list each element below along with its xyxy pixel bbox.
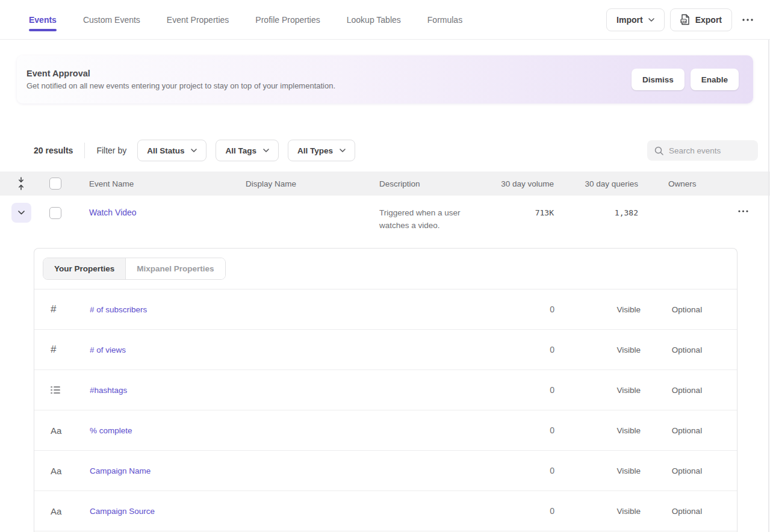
property-requirement: Optional bbox=[651, 507, 723, 516]
search-icon bbox=[654, 146, 663, 155]
column-header-30-day-volume[interactable]: 30 day volume bbox=[483, 179, 554, 188]
property-visibility: Visible bbox=[554, 466, 651, 475]
text-icon: Aa bbox=[51, 506, 61, 516]
property-row: # # of subscribers 0 Visible Optional bbox=[34, 289, 737, 330]
property-visibility: Visible bbox=[554, 426, 651, 435]
tab-mixpanel-properties[interactable]: Mixpanel Properties bbox=[125, 258, 225, 279]
property-queries: 0 bbox=[485, 345, 554, 354]
event-row-watch-video: Watch Video Triggered when a user watche… bbox=[0, 196, 770, 248]
ellipsis-icon bbox=[738, 210, 748, 212]
toolbar-divider bbox=[84, 143, 85, 158]
chevron-down-icon bbox=[18, 211, 25, 215]
property-requirement: Optional bbox=[651, 345, 723, 354]
tags-filter-dropdown[interactable]: All Tags bbox=[216, 140, 279, 161]
property-row: Aa % complete 0 Visible Optional bbox=[34, 410, 737, 451]
property-name-link[interactable]: Campaign Source bbox=[90, 507, 155, 516]
ellipsis-icon bbox=[742, 19, 753, 21]
property-name-link[interactable]: # of subscribers bbox=[90, 305, 147, 314]
row-more-options-button[interactable] bbox=[733, 206, 753, 216]
types-filter-dropdown[interactable]: All Types bbox=[288, 140, 355, 161]
lexicon-tabs: Events Custom Events Event Properties Pr… bbox=[29, 0, 462, 39]
property-requirement: Optional bbox=[651, 305, 723, 314]
search-input[interactable] bbox=[669, 146, 751, 155]
tab-event-properties[interactable]: Event Properties bbox=[167, 0, 229, 39]
more-options-button[interactable] bbox=[737, 15, 758, 25]
properties-segmented-control: Your Properties Mixpanel Properties bbox=[43, 258, 226, 280]
number-icon: # bbox=[51, 344, 56, 356]
tab-profile-properties[interactable]: Profile Properties bbox=[255, 0, 320, 39]
property-row: Aa Campaign Name 0 Visible Optional bbox=[34, 451, 737, 491]
tab-formulas[interactable]: Formulas bbox=[427, 0, 462, 39]
property-row: #hashtags 0 Visible Optional bbox=[34, 370, 737, 410]
filter-toolbar: 20 results Filter by All Status All Tags… bbox=[34, 140, 758, 161]
property-queries: 0 bbox=[485, 385, 554, 395]
banner-actions: Dismiss Enable bbox=[632, 69, 739, 90]
column-header-owners[interactable]: Owners bbox=[638, 179, 728, 188]
property-requirement: Optional bbox=[651, 386, 723, 395]
import-button[interactable]: Import bbox=[606, 8, 665, 31]
property-requirement: Optional bbox=[651, 466, 723, 475]
export-button-label: Export bbox=[695, 15, 722, 25]
event-properties-panel: Your Properties Mixpanel Properties # # … bbox=[34, 248, 737, 532]
status-filter-label: All Status bbox=[147, 146, 184, 155]
text-icon: Aa bbox=[51, 466, 61, 476]
filter-by-label: Filter by bbox=[96, 146, 126, 155]
tab-your-properties[interactable]: Your Properties bbox=[43, 258, 125, 279]
banner-title: Event Approval bbox=[26, 69, 335, 78]
property-queries: 0 bbox=[485, 466, 554, 475]
enable-button[interactable]: Enable bbox=[691, 69, 739, 90]
top-navigation: Events Custom Events Event Properties Pr… bbox=[0, 0, 770, 40]
properties-tabs-row: Your Properties Mixpanel Properties bbox=[34, 249, 737, 289]
export-button[interactable]: csv Export bbox=[670, 8, 732, 31]
row-expander-button[interactable] bbox=[11, 203, 31, 223]
property-row: # # of views 0 Visible Optional bbox=[34, 330, 737, 370]
property-name-link[interactable]: # of views bbox=[90, 345, 126, 354]
banner-description: Get notified on all new events entering … bbox=[26, 81, 335, 90]
scrollbar-track[interactable] bbox=[768, 40, 769, 532]
event-description: Triggered when a user watches a video. bbox=[379, 203, 483, 232]
svg-text:csv: csv bbox=[681, 20, 686, 23]
column-header-30-day-queries[interactable]: 30 day queries bbox=[554, 179, 638, 188]
text-icon: Aa bbox=[51, 425, 61, 436]
banner-text: Event Approval Get notified on all new e… bbox=[26, 69, 335, 90]
chevron-down-icon bbox=[263, 149, 269, 152]
event-approval-banner: Event Approval Get notified on all new e… bbox=[17, 55, 753, 104]
results-count: 20 results bbox=[34, 146, 73, 155]
property-visibility: Visible bbox=[554, 345, 651, 354]
column-header-description[interactable]: Description bbox=[368, 179, 483, 188]
column-header-event-name[interactable]: Event Name bbox=[78, 179, 235, 188]
collapse-all-icon[interactable] bbox=[0, 177, 42, 190]
chevron-down-icon bbox=[648, 18, 654, 22]
property-visibility: Visible bbox=[554, 386, 651, 395]
event-30-day-queries: 1,382 bbox=[554, 203, 638, 217]
csv-file-icon: csv bbox=[680, 14, 690, 25]
property-name-link[interactable]: Campaign Name bbox=[90, 466, 151, 475]
number-icon: # bbox=[51, 303, 56, 315]
tags-filter-label: All Tags bbox=[225, 146, 256, 155]
dismiss-button[interactable]: Dismiss bbox=[632, 69, 685, 90]
row-checkbox[interactable] bbox=[49, 207, 61, 219]
tab-lookup-tables[interactable]: Lookup Tables bbox=[347, 0, 401, 39]
property-row: Aa Campaign Source 0 Visible Optional bbox=[34, 491, 737, 531]
select-all-checkbox[interactable] bbox=[49, 178, 61, 190]
property-queries: 0 bbox=[485, 425, 554, 435]
types-filter-label: All Types bbox=[297, 146, 333, 155]
event-name-link[interactable]: Watch Video bbox=[89, 203, 137, 217]
import-button-label: Import bbox=[616, 15, 643, 25]
chevron-down-icon bbox=[340, 149, 346, 152]
tab-events[interactable]: Events bbox=[29, 0, 57, 39]
column-header-display-name[interactable]: Display Name bbox=[235, 179, 368, 188]
property-name-link[interactable]: #hashtags bbox=[90, 386, 127, 395]
event-30-day-volume: 713K bbox=[483, 203, 554, 217]
property-visibility: Visible bbox=[554, 305, 651, 314]
nav-actions: Import csv Export bbox=[606, 8, 758, 31]
property-queries: 0 bbox=[485, 506, 554, 516]
search-box bbox=[647, 140, 758, 161]
list-icon bbox=[51, 386, 60, 394]
property-name-link[interactable]: % complete bbox=[90, 426, 132, 435]
property-visibility: Visible bbox=[554, 507, 651, 516]
status-filter-dropdown[interactable]: All Status bbox=[137, 140, 206, 161]
tab-custom-events[interactable]: Custom Events bbox=[83, 0, 140, 39]
property-queries: 0 bbox=[485, 305, 554, 314]
chevron-down-icon bbox=[191, 149, 197, 152]
